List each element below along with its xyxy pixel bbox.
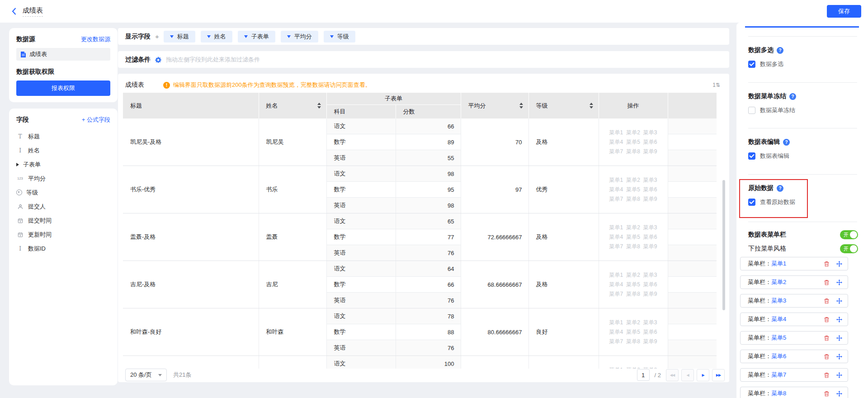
move-icon[interactable]	[836, 372, 842, 378]
last-page-button[interactable]: ▶▶	[712, 369, 725, 381]
action-menu-link[interactable]: 菜单1	[609, 176, 623, 184]
column-header-average[interactable]: 平均分	[461, 93, 528, 118]
action-menu-link[interactable]: 菜单6	[643, 328, 657, 336]
action-menu-link[interactable]: 菜单7	[609, 290, 623, 298]
action-menu-link[interactable]: 菜单4	[609, 233, 623, 241]
action-menu-link[interactable]: 菜单8	[626, 290, 640, 298]
delete-icon[interactable]	[824, 335, 830, 341]
column-header-grade[interactable]: 等级	[528, 93, 599, 118]
move-icon[interactable]	[836, 354, 842, 360]
action-menu-link[interactable]: 菜单4	[609, 281, 623, 289]
delete-icon[interactable]	[824, 391, 830, 397]
table-scrollbar[interactable]	[722, 180, 725, 310]
checkbox[interactable]	[748, 152, 755, 160]
menu-bar-item[interactable]: 菜单栏：菜单7	[740, 368, 848, 382]
column-header-name[interactable]: 姓名	[259, 93, 326, 118]
menu-bar-item[interactable]: 菜单栏：菜单5	[740, 331, 848, 345]
checkbox[interactable]	[748, 199, 755, 206]
action-menu-link[interactable]: 菜单1	[609, 271, 623, 279]
help-icon[interactable]	[789, 93, 796, 100]
menu-name-link[interactable]: 菜单3	[771, 297, 786, 304]
menubar-toggle[interactable]: 开	[840, 230, 858, 239]
sort-order-icon[interactable]: 1⇅	[712, 82, 720, 88]
action-menu-link[interactable]: 菜单1	[609, 319, 623, 327]
action-menu-link[interactable]: 菜单9	[643, 338, 657, 346]
field-item[interactable]: 平均分	[16, 171, 110, 185]
display-field-tag[interactable]: 子表单	[238, 31, 275, 43]
display-field-tag[interactable]: 平均分	[281, 31, 318, 43]
move-icon[interactable]	[836, 335, 842, 341]
action-menu-link[interactable]: 菜单2	[626, 224, 640, 232]
field-item[interactable]: 更新时间	[16, 227, 110, 242]
menu-name-link[interactable]: 菜单4	[771, 316, 786, 322]
action-menu-link[interactable]: 菜单9	[643, 195, 657, 203]
action-menu-link[interactable]: 菜单3	[643, 176, 657, 184]
menu-bar-item[interactable]: 菜单栏：菜单6	[740, 350, 848, 363]
help-icon[interactable]	[783, 139, 790, 146]
action-menu-link[interactable]: 菜单1	[609, 129, 623, 137]
action-menu-link[interactable]: 菜单6	[643, 186, 657, 194]
action-menu-link[interactable]: 菜单4	[609, 186, 623, 194]
delete-icon[interactable]	[824, 372, 830, 378]
field-item[interactable]: 子表单	[16, 157, 110, 171]
menu-name-link[interactable]: 菜单1	[771, 260, 786, 267]
action-menu-link[interactable]: 菜单3	[643, 271, 657, 279]
action-menu-link[interactable]: 菜单9	[643, 148, 657, 156]
menu-name-link[interactable]: 菜单7	[771, 371, 786, 378]
delete-icon[interactable]	[824, 261, 830, 267]
action-menu-link[interactable]: 菜单6	[643, 138, 657, 146]
action-menu-link[interactable]: 菜单9	[643, 290, 657, 298]
sort-icon[interactable]	[519, 103, 523, 109]
action-menu-link[interactable]: 菜单4	[609, 328, 623, 336]
next-page-button[interactable]: ▶	[697, 369, 709, 381]
action-menu-link[interactable]: 菜单6	[643, 281, 657, 289]
page-size-select[interactable]: 20 条/页	[125, 369, 167, 381]
action-menu-link[interactable]: 菜单3	[643, 319, 657, 327]
move-icon[interactable]	[836, 298, 842, 304]
help-icon[interactable]	[777, 185, 783, 192]
action-menu-link[interactable]: 菜单8	[626, 148, 640, 156]
menu-bar-item[interactable]: 菜单栏：菜单4	[740, 313, 848, 326]
help-icon[interactable]	[777, 47, 783, 54]
action-menu-link[interactable]: 菜单5	[626, 328, 640, 336]
back-icon[interactable]	[12, 8, 16, 15]
dropdown-style-toggle[interactable]: 开	[840, 244, 858, 253]
menu-bar-item[interactable]: 菜单栏：菜单8	[740, 387, 848, 398]
delete-icon[interactable]	[824, 354, 830, 360]
action-menu-link[interactable]: 菜单7	[609, 148, 623, 156]
action-menu-link[interactable]: 菜单9	[643, 243, 657, 251]
action-menu-link[interactable]: 菜单1	[609, 224, 623, 232]
move-icon[interactable]	[836, 280, 842, 285]
action-menu-link[interactable]: 菜单5	[626, 281, 640, 289]
action-menu-link[interactable]: 菜单8	[626, 195, 640, 203]
action-menu-link[interactable]: 菜单8	[626, 243, 640, 251]
action-menu-link[interactable]: 菜单6	[643, 233, 657, 241]
action-menu-link[interactable]: 菜单2	[626, 176, 640, 184]
field-item[interactable]: 等级	[16, 185, 110, 199]
field-item[interactable]: 标题	[16, 129, 110, 143]
report-permission-button[interactable]: 报表权限	[16, 81, 110, 96]
sort-icon[interactable]	[317, 103, 321, 109]
field-item[interactable]: 姓名	[16, 143, 110, 157]
action-menu-link[interactable]: 菜单2	[626, 319, 640, 327]
field-item[interactable]: 提交时间	[16, 213, 110, 227]
menu-name-link[interactable]: 菜单2	[771, 279, 786, 285]
sort-icon[interactable]	[590, 103, 593, 109]
menu-bar-item[interactable]: 菜单栏：菜单3	[740, 294, 848, 308]
menu-name-link[interactable]: 菜单8	[771, 390, 786, 397]
save-button[interactable]: 保存	[827, 5, 861, 18]
action-menu-link[interactable]: 菜单7	[609, 243, 623, 251]
action-menu-link[interactable]: 菜单8	[626, 338, 640, 346]
add-field-icon[interactable]: +	[155, 33, 159, 40]
prev-page-button[interactable]: ◀	[681, 369, 694, 381]
menu-bar-item[interactable]: 菜单栏：菜单2	[740, 275, 848, 289]
action-menu-link[interactable]: 菜单4	[609, 138, 623, 146]
delete-icon[interactable]	[824, 317, 830, 322]
action-menu-link[interactable]: 菜单5	[626, 233, 640, 241]
action-menu-link[interactable]: 菜单7	[609, 195, 623, 203]
action-menu-link[interactable]: 菜单7	[609, 338, 623, 346]
move-icon[interactable]	[836, 261, 842, 267]
gear-icon[interactable]	[155, 57, 161, 63]
menu-bar-item[interactable]: 菜单栏：菜单1	[740, 257, 848, 270]
first-page-button[interactable]: ◀◀	[666, 369, 679, 381]
